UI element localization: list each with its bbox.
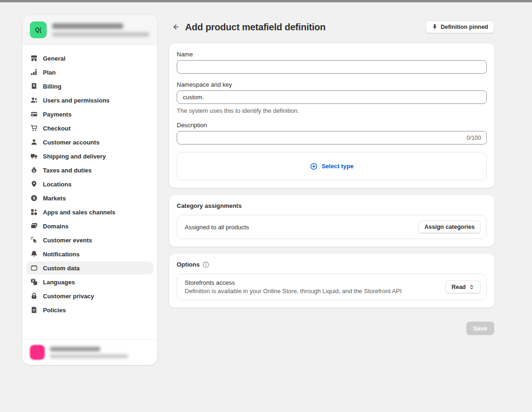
name-label: Name <box>177 51 487 58</box>
truck-icon <box>30 152 38 160</box>
sidebar-item-taxes-and-duties[interactable]: Taxes and duties <box>26 164 153 177</box>
user-avatar <box>30 345 45 360</box>
user-name-redacted <box>50 347 100 351</box>
caret-updown-icon <box>469 284 475 290</box>
users-icon <box>30 96 38 104</box>
pin-icon <box>432 24 438 30</box>
info-icon[interactable] <box>202 261 209 268</box>
domains-icon <box>30 222 38 230</box>
sidebar-item-label: Shipping and delivery <box>43 153 106 160</box>
person-icon <box>30 138 38 146</box>
select-type-label: Select type <box>322 163 354 170</box>
user-info <box>50 347 128 358</box>
sidebar-item-label: Plan <box>43 69 55 76</box>
sidebar-item-label: Custom data <box>43 265 80 272</box>
sidebar-item-label: Domains <box>43 223 69 230</box>
sidebar-item-custom-data[interactable]: Custom data <box>26 261 153 275</box>
sidebar-item-markets[interactable]: $ Markets <box>26 192 153 205</box>
policy-document-icon <box>30 306 38 314</box>
sidebar-item-plan[interactable]: Plan <box>26 66 153 79</box>
sidebar-item-checkout[interactable]: Checkout <box>26 122 153 135</box>
sidebar-item-locations[interactable]: Locations <box>26 178 153 191</box>
sidebar-item-label: Checkout <box>43 125 70 132</box>
sidebar-item-label: Customer accounts <box>43 139 99 146</box>
top-bar <box>0 0 532 2</box>
sidebar-item-policies[interactable]: Policies <box>26 303 153 316</box>
namespace-help-text: The system uses this to identify the def… <box>177 107 487 114</box>
settings-sidebar: Q( General Plan $ Billing Users and perm… <box>22 15 157 365</box>
sidebar-item-customer-privacy[interactable]: Customer privacy <box>26 289 153 302</box>
storefronts-access-text: Storefronts access Definition is availab… <box>185 279 401 295</box>
back-arrow-icon <box>172 23 180 31</box>
user-email-redacted <box>50 354 128 358</box>
sidebar-item-label: Users and permissions <box>43 97 110 104</box>
sidebar-item-billing[interactable]: $ Billing <box>26 80 153 93</box>
sidebar-item-customer-accounts[interactable]: Customer accounts <box>26 136 153 149</box>
sidebar-item-label: Markets <box>43 195 66 202</box>
select-type-button[interactable]: Select type <box>177 152 487 180</box>
sidebar-item-general[interactable]: General <box>26 52 153 65</box>
store-avatar: Q( <box>30 21 47 38</box>
description-field-group: Description 0/100 <box>177 122 487 144</box>
translate-icon: A <box>30 278 38 286</box>
svg-text:$: $ <box>33 196 35 200</box>
sidebar-item-shipping-and-delivery[interactable]: Shipping and delivery <box>26 150 153 163</box>
category-assignments-row: Assigned to all products Assign categori… <box>177 215 487 239</box>
category-assignments-card: Category assignments Assigned to all pro… <box>169 195 494 247</box>
sidebar-item-label: Apps and sales channels <box>43 209 115 216</box>
description-label: Description <box>177 122 487 129</box>
sidebar-item-label: Taxes and duties <box>43 167 92 174</box>
bell-icon <box>30 250 38 258</box>
name-field-group: Name <box>177 51 487 74</box>
custom-data-icon <box>30 264 38 272</box>
tax-icon <box>30 166 38 174</box>
namespace-input[interactable] <box>177 90 487 104</box>
storefronts-access-description: Definition is available in your Online S… <box>185 288 401 295</box>
category-assignment-status: Assigned to all products <box>185 224 249 231</box>
definition-form-card: Name Namespace and key The system uses t… <box>169 43 494 188</box>
sidebar-item-domains[interactable]: Domains <box>26 220 153 233</box>
svg-text:$: $ <box>33 83 35 88</box>
store-name-redacted <box>52 23 123 29</box>
cart-icon <box>30 124 38 132</box>
sidebar-item-users-and-permissions[interactable]: Users and permissions <box>26 94 153 107</box>
sidebar-item-label: Policies <box>43 307 66 314</box>
lock-icon <box>30 292 38 300</box>
save-button[interactable]: Save <box>466 322 494 335</box>
plan-icon <box>30 69 38 76</box>
sidebar-item-payments[interactable]: Payments <box>26 108 153 121</box>
store-domain-redacted <box>52 32 149 37</box>
description-input[interactable] <box>177 131 487 144</box>
sidebar-item-label: Customer privacy <box>43 293 94 300</box>
sidebar-item-label: Billing <box>43 83 62 90</box>
sidebar-item-label: Payments <box>43 111 71 118</box>
store-header[interactable]: Q( <box>22 15 157 45</box>
cursor-click-icon <box>30 236 38 244</box>
apps-icon <box>30 208 38 216</box>
back-button[interactable] <box>169 21 182 34</box>
storefronts-access-select[interactable]: Read <box>445 281 481 294</box>
sidebar-item-notifications[interactable]: Notifications <box>26 247 153 261</box>
user-footer[interactable] <box>22 339 157 365</box>
options-card: Options Storefronts access Definition is… <box>169 254 494 308</box>
settings-nav: General Plan $ Billing Users and permiss… <box>22 45 157 339</box>
store-info <box>52 23 149 37</box>
namespace-field-group: Namespace and key The system uses this t… <box>177 81 487 114</box>
namespace-label: Namespace and key <box>177 81 487 88</box>
name-input[interactable] <box>177 60 487 74</box>
billing-icon: $ <box>30 82 38 90</box>
sidebar-item-customer-events[interactable]: Customer events <box>26 233 153 247</box>
location-pin-icon <box>30 180 38 188</box>
globe-icon: $ <box>30 194 38 202</box>
definition-pinned-label: Definition pinned <box>441 24 488 30</box>
options-title: Options <box>177 261 487 268</box>
assign-categories-button[interactable]: Assign categories <box>418 220 481 233</box>
storefronts-access-title: Storefronts access <box>185 279 401 286</box>
sidebar-item-languages[interactable]: A Languages <box>26 275 153 288</box>
save-row: Save <box>169 322 494 335</box>
definition-pinned-button[interactable]: Definition pinned <box>426 21 494 34</box>
sidebar-item-label: Notifications <box>43 251 80 258</box>
sidebar-item-label: Customer events <box>43 237 92 244</box>
sidebar-item-apps-and-sales-channels[interactable]: Apps and sales channels <box>26 206 153 219</box>
storefronts-access-value: Read <box>451 284 466 290</box>
